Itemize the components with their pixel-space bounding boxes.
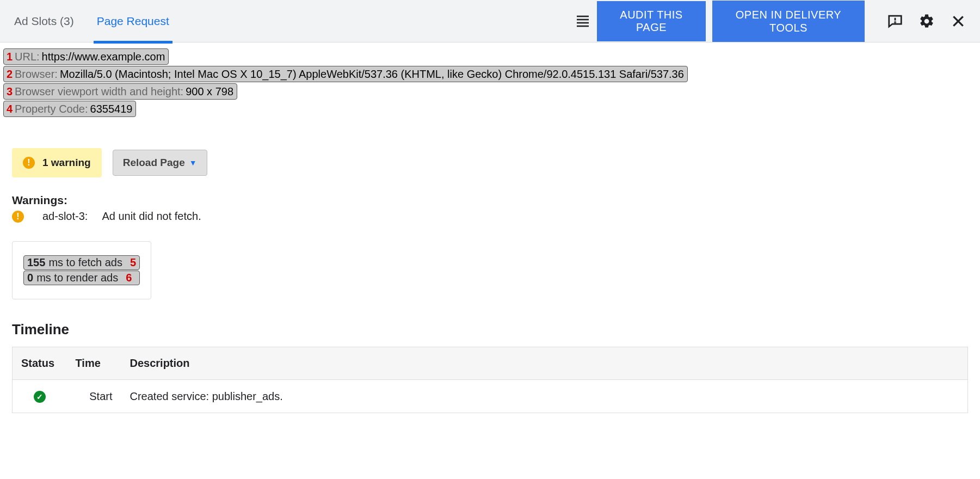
feedback-icon[interactable] <box>884 10 906 32</box>
col-time: Time <box>67 347 121 380</box>
status-row: ! 1 warning Reload Page ▼ <box>12 148 968 177</box>
check-icon: ✓ <box>34 391 46 403</box>
warning-item: ! ad-slot-3: Ad unit did not fetch. <box>12 210 968 223</box>
warning-message: Ad unit did not fetch. <box>102 210 201 223</box>
tabs: Ad Slots (3) Page Request <box>11 2 172 41</box>
reload-label: Reload Page <box>123 157 185 169</box>
info-property-code: 4 Property Code: 6355419 <box>3 101 136 117</box>
warnings-header: Warnings: <box>12 194 968 207</box>
info-browser: 2 Browser: Mozilla/5.0 (Macintosh; Intel… <box>3 66 688 82</box>
info-viewport: 3 Browser viewport width and height: 900… <box>3 83 237 100</box>
audit-page-button[interactable]: AUDIT THIS PAGE <box>597 1 706 41</box>
stat-render: 0 ms to render ads 6 <box>23 271 140 285</box>
open-delivery-tools-button[interactable]: OPEN IN DELIVERY TOOLS <box>712 1 865 42</box>
info-url: 1 URL: https://www.example.com <box>3 48 169 65</box>
reload-page-button[interactable]: Reload Page ▼ <box>113 150 207 176</box>
stats-box: 155 ms to fetch ads 5 0 ms to render ads… <box>12 241 151 299</box>
row-description: Created service: publisher_ads. <box>121 380 968 413</box>
svg-point-5 <box>895 22 895 22</box>
info-lines: 1 URL: https://www.example.com 2 Browser… <box>0 42 980 121</box>
timeline-row: ✓ Start Created service: publisher_ads. <box>13 380 968 413</box>
menu-lines-icon[interactable] <box>572 10 594 32</box>
warning-count: 1 warning <box>42 157 91 169</box>
close-icon[interactable] <box>947 10 969 32</box>
warnings-block: Warnings: ! ad-slot-3: Ad unit did not f… <box>12 194 968 223</box>
gear-icon[interactable] <box>916 10 938 32</box>
tab-ad-slots[interactable]: Ad Slots (3) <box>11 2 77 41</box>
timeline-table: Status Time Description ✓ Start Created … <box>12 347 968 413</box>
stat-fetch: 155 ms to fetch ads 5 <box>23 255 140 270</box>
col-status: Status <box>13 347 67 380</box>
timeline-title: Timeline <box>12 321 968 338</box>
caret-down-icon: ▼ <box>189 158 197 167</box>
tab-page-request[interactable]: Page Request <box>94 2 172 41</box>
warning-icon: ! <box>12 211 24 223</box>
col-description: Description <box>121 347 968 380</box>
warning-slot: ad-slot-3: <box>42 210 88 223</box>
top-bar: Ad Slots (3) Page Request AUDIT THIS PAG… <box>0 0 980 42</box>
warning-icon: ! <box>23 157 35 169</box>
row-status: ✓ <box>13 380 67 413</box>
row-time: Start <box>67 380 121 413</box>
warning-chip: ! 1 warning <box>12 148 102 177</box>
